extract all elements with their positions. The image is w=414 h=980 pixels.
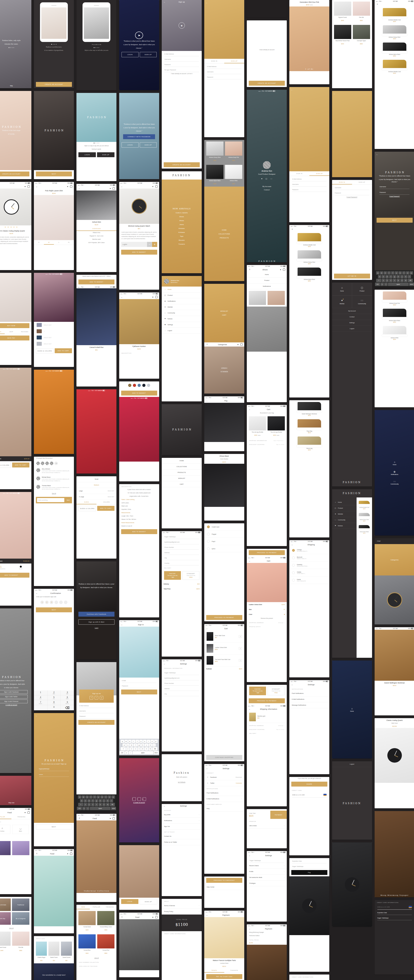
- list-item[interactable]: Notifications: [247, 283, 287, 289]
- keypad-key[interactable]: 1: [34, 690, 47, 695]
- radio-row[interactable]: KartalAcem Kahvesi B..: [289, 576, 329, 584]
- list-item[interactable]: Product: [247, 278, 287, 283]
- space-key[interactable]: space: [132, 751, 153, 754]
- grid-menu-icon[interactable]: ⠿: [121, 916, 123, 918]
- return-key[interactable]: return: [154, 751, 159, 754]
- facebook-button[interactable]: Continue with Facebook: [78, 612, 115, 617]
- keypad-key[interactable]: 5JKL: [48, 695, 61, 700]
- list-item[interactable]: PRODUCTS: [162, 469, 202, 476]
- back-icon[interactable]: ←: [206, 914, 208, 916]
- list-item[interactable]: E-Mail Notifications›: [204, 796, 244, 802]
- social-icon[interactable]: p: [100, 696, 103, 700]
- key[interactable]: j: [102, 799, 106, 802]
- keypad-key[interactable]: 8TUV: [48, 700, 61, 705]
- product-card[interactable]: Adriana White$320: [225, 165, 242, 185]
- input-field[interactable]: City: [164, 693, 199, 696]
- photo-link[interactable]: or create an account: [5, 704, 17, 706]
- key[interactable]: q: [121, 740, 124, 743]
- comment-field[interactable]: Write something..: [37, 498, 64, 502]
- product-card[interactable]: Tino net org off white$252$420: [249, 416, 266, 436]
- backspace-key-icon[interactable]: ⌫: [152, 747, 158, 751]
- heart-icon[interactable]: ♥: [152, 186, 154, 188]
- input-field[interactable]: Password: [164, 64, 199, 67]
- color-swatch[interactable]: ✓: [128, 384, 131, 387]
- list-item[interactable]: Help Center: [204, 884, 244, 890]
- list-item[interactable]: Get awesome deals›: [247, 875, 287, 880]
- key[interactable]: o: [406, 271, 409, 275]
- input-field[interactable]: Address: [164, 552, 199, 555]
- social-icon[interactable]: p: [143, 797, 146, 801]
- list-item[interactable]: LargeSOLD OUT: [76, 488, 116, 494]
- input-field[interactable]: Username: [292, 183, 326, 186]
- input-field[interactable]: Password: [207, 76, 242, 80]
- key[interactable]: b: [396, 279, 400, 282]
- key[interactable]: a: [80, 799, 83, 802]
- discover-tile[interactable]: Work Day: [0, 912, 11, 925]
- tab[interactable]: S: [34, 240, 44, 245]
- list-item[interactable]: X LargeSOLD OUT: [76, 494, 116, 500]
- drawer-item[interactable]: ▢Product: [332, 505, 357, 511]
- login-button[interactable]: LOGIN: [121, 52, 139, 57]
- action-button[interactable]: ADD TO CART: [97, 506, 115, 511]
- tab[interactable]: SIZES: [76, 500, 96, 504]
- menu-item[interactable]: Shoes: [179, 220, 184, 221]
- icon-menu-item[interactable]: ◌◌Commmunity: [352, 295, 372, 308]
- input-field[interactable]: Expiration Date: [377, 912, 412, 915]
- mic-key-icon[interactable]: ♪: [129, 751, 132, 754]
- color-swatch[interactable]: [142, 384, 145, 387]
- key[interactable]: h: [396, 275, 400, 278]
- key[interactable]: n: [102, 803, 106, 807]
- action-button[interactable]: CONTINUE SHOPPING: [206, 755, 242, 760]
- drawer-item[interactable]: ⌂Home: [332, 500, 357, 505]
- key[interactable]: v: [137, 747, 141, 751]
- action-button[interactable]: SIGN UP: [97, 152, 115, 157]
- product-card[interactable]: Daniel Everett$80: [61, 942, 72, 962]
- action-button[interactable]: PAY via Credit Card: [206, 974, 242, 979]
- shift-key-icon[interactable]: ⇧: [376, 279, 381, 282]
- shoe-card[interactable]: Andriana Metallic Gold$340: [374, 6, 414, 24]
- shoe-card[interactable]: Andriana Metallic Gold$340: [359, 499, 370, 511]
- action-button[interactable]: ADD TO CART: [55, 348, 72, 353]
- radio-row[interactable]: iyzico: [204, 545, 244, 552]
- camera-icon[interactable]: ◉: [178, 22, 185, 29]
- drawer-item[interactable]: ♥Wishlist: [332, 511, 357, 517]
- delivery-option[interactable]: STANDARTCargo around 5 dayFREE: [268, 687, 284, 695]
- return-key[interactable]: return: [111, 807, 116, 810]
- delivery-option[interactable]: STANDARTCargo around 5 dayFREE: [183, 571, 199, 580]
- tab[interactable]: COLORS: [96, 500, 116, 504]
- tab[interactable]: TRENDING: [103, 905, 116, 909]
- back-icon[interactable]: ←: [121, 186, 123, 188]
- tab[interactable]: XL: [64, 240, 74, 245]
- key[interactable]: h: [141, 743, 145, 747]
- space-key[interactable]: space: [388, 283, 409, 286]
- cart-icon[interactable]: [70, 186, 72, 188]
- tab[interactable]: Details: [204, 968, 224, 972]
- box-icon[interactable]: ▢: [266, 178, 267, 180]
- mic-key-icon[interactable]: ♪: [384, 283, 387, 286]
- plus-button[interactable]: +: [152, 242, 157, 247]
- key[interactable]: k: [148, 743, 152, 747]
- shoe-card[interactable]: Rope Bag$220: [289, 417, 329, 435]
- key[interactable]: t: [135, 740, 139, 743]
- radio-row[interactable]: BomontiSilahsor Street, O..: [289, 554, 329, 562]
- cart-icon[interactable]: [27, 186, 30, 188]
- key[interactable]: c: [389, 279, 392, 282]
- keypad-key[interactable]: 9WXYZ: [61, 700, 74, 705]
- key[interactable]: l: [110, 799, 113, 802]
- key[interactable]: b: [141, 747, 145, 751]
- action-button[interactable]: CREATE AN ACCOUNT: [249, 81, 285, 86]
- list-item[interactable]: Medium: [76, 482, 116, 488]
- cart-row[interactable]: The North Face Matt Coat$4491: [204, 654, 244, 667]
- variant-row[interactable]: ✓: [34, 328, 74, 334]
- key[interactable]: z: [84, 803, 87, 807]
- discover-tile[interactable]: Traditional: [12, 899, 29, 911]
- list-item[interactable]: CART: [162, 481, 202, 487]
- list-item[interactable]: E-Mail Notifications: [289, 697, 329, 702]
- login-button[interactable]: LOGIN: [121, 142, 139, 148]
- back-icon[interactable]: ←: [35, 592, 38, 594]
- category-card[interactable]: ◡Bikini: [12, 825, 29, 834]
- radio-row[interactable]: GalataYeraltı Street, L..: [289, 569, 329, 576]
- icon-menu-item[interactable]: ▢Product: [352, 283, 372, 295]
- keypad-key[interactable]: 6MNO: [61, 695, 74, 700]
- menu-item[interactable]: Categories: [390, 559, 398, 561]
